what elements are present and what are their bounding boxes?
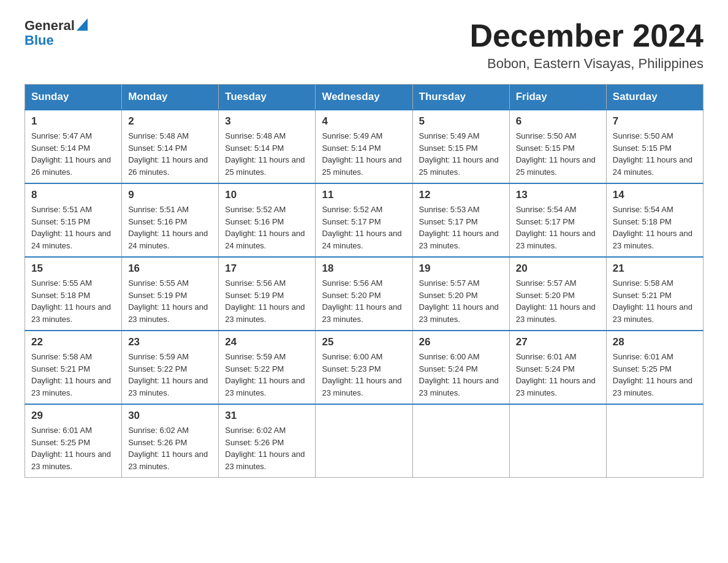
day-number: 24: [225, 336, 309, 348]
calendar-week-row: 8Sunrise: 5:51 AMSunset: 5:15 PMDaylight…: [25, 183, 703, 257]
day-info: Sunrise: 5:55 AMSunset: 5:18 PMDaylight:…: [31, 277, 115, 325]
calendar-day-cell: 13Sunrise: 5:54 AMSunset: 5:17 PMDayligh…: [509, 183, 606, 257]
day-number: 25: [322, 336, 406, 348]
day-info: Sunrise: 6:01 AMSunset: 5:24 PMDaylight:…: [516, 351, 600, 399]
day-info: Sunrise: 5:56 AMSunset: 5:19 PMDaylight:…: [225, 277, 309, 325]
day-number: 20: [516, 262, 600, 275]
day-info: Sunrise: 5:58 AMSunset: 5:21 PMDaylight:…: [31, 351, 115, 399]
calendar-day-cell: 10Sunrise: 5:52 AMSunset: 5:16 PMDayligh…: [219, 183, 316, 257]
calendar-week-row: 15Sunrise: 5:55 AMSunset: 5:18 PMDayligh…: [25, 257, 703, 331]
day-number: 31: [225, 410, 309, 422]
day-info: Sunrise: 5:51 AMSunset: 5:15 PMDaylight:…: [31, 204, 115, 251]
day-info: Sunrise: 5:56 AMSunset: 5:20 PMDaylight:…: [322, 277, 406, 325]
calendar-day-cell: 9Sunrise: 5:51 AMSunset: 5:16 PMDaylight…: [122, 183, 219, 257]
calendar-day-cell: 16Sunrise: 5:55 AMSunset: 5:19 PMDayligh…: [122, 257, 219, 331]
calendar-day-cell: 11Sunrise: 5:52 AMSunset: 5:17 PMDayligh…: [316, 183, 412, 257]
day-number: 9: [128, 189, 212, 201]
day-number: 16: [128, 262, 212, 275]
calendar-day-cell: 18Sunrise: 5:56 AMSunset: 5:20 PMDayligh…: [316, 257, 412, 331]
column-header-saturday: Saturday: [606, 85, 703, 110]
day-info: Sunrise: 5:50 AMSunset: 5:15 PMDaylight:…: [516, 130, 600, 178]
calendar-day-cell: 19Sunrise: 5:57 AMSunset: 5:20 PMDayligh…: [412, 257, 509, 331]
calendar-day-cell: 31Sunrise: 6:02 AMSunset: 5:26 PMDayligh…: [219, 404, 316, 478]
calendar-day-cell: 1Sunrise: 5:47 AMSunset: 5:14 PMDaylight…: [25, 110, 122, 183]
day-info: Sunrise: 6:01 AMSunset: 5:25 PMDaylight:…: [31, 424, 115, 472]
calendar-day-cell: 23Sunrise: 5:59 AMSunset: 5:22 PMDayligh…: [122, 331, 219, 404]
day-number: 28: [613, 336, 697, 348]
day-number: 3: [225, 115, 309, 128]
calendar-header-row: SundayMondayTuesdayWednesdayThursdayFrid…: [25, 85, 703, 110]
calendar-day-cell: 2Sunrise: 5:48 AMSunset: 5:14 PMDaylight…: [122, 110, 219, 183]
month-title: December 2024: [469, 18, 703, 53]
day-info: Sunrise: 6:02 AMSunset: 5:26 PMDaylight:…: [128, 424, 212, 472]
column-header-wednesday: Wednesday: [316, 85, 412, 110]
day-number: 19: [419, 262, 503, 275]
day-info: Sunrise: 5:54 AMSunset: 5:17 PMDaylight:…: [516, 204, 600, 251]
day-number: 1: [31, 115, 115, 128]
calendar-table: SundayMondayTuesdayWednesdayThursdayFrid…: [25, 84, 703, 478]
calendar-day-cell: 6Sunrise: 5:50 AMSunset: 5:15 PMDaylight…: [509, 110, 606, 183]
day-number: 4: [322, 115, 406, 128]
day-info: Sunrise: 5:55 AMSunset: 5:19 PMDaylight:…: [128, 277, 212, 325]
day-number: 5: [419, 115, 503, 128]
day-number: 15: [31, 262, 115, 275]
calendar-day-cell: 28Sunrise: 6:01 AMSunset: 5:25 PMDayligh…: [606, 331, 703, 404]
calendar-day-cell: 3Sunrise: 5:48 AMSunset: 5:14 PMDaylight…: [219, 110, 316, 183]
day-info: Sunrise: 5:59 AMSunset: 5:22 PMDaylight:…: [225, 351, 309, 399]
day-number: 14: [613, 189, 697, 201]
calendar-week-row: 29Sunrise: 6:01 AMSunset: 5:25 PMDayligh…: [25, 404, 703, 478]
calendar-day-cell: [412, 404, 509, 478]
day-number: 18: [322, 262, 406, 275]
day-info: Sunrise: 5:48 AMSunset: 5:14 PMDaylight:…: [128, 130, 212, 178]
day-info: Sunrise: 5:54 AMSunset: 5:18 PMDaylight:…: [613, 204, 697, 251]
day-info: Sunrise: 6:00 AMSunset: 5:24 PMDaylight:…: [419, 351, 503, 399]
day-number: 13: [516, 189, 600, 201]
column-header-thursday: Thursday: [412, 85, 509, 110]
calendar-day-cell: 15Sunrise: 5:55 AMSunset: 5:18 PMDayligh…: [25, 257, 122, 331]
day-number: 10: [225, 189, 309, 201]
calendar-day-cell: 30Sunrise: 6:02 AMSunset: 5:26 PMDayligh…: [122, 404, 219, 478]
calendar-day-cell: 24Sunrise: 5:59 AMSunset: 5:22 PMDayligh…: [219, 331, 316, 404]
day-info: Sunrise: 5:59 AMSunset: 5:22 PMDaylight:…: [128, 351, 212, 399]
calendar-day-cell: 17Sunrise: 5:56 AMSunset: 5:19 PMDayligh…: [219, 257, 316, 331]
day-number: 8: [31, 189, 115, 201]
page-header: General Blue December 2024 Bobon, Easter…: [25, 18, 703, 72]
calendar-day-cell: 21Sunrise: 5:58 AMSunset: 5:21 PMDayligh…: [606, 257, 703, 331]
day-info: Sunrise: 5:49 AMSunset: 5:14 PMDaylight:…: [322, 130, 406, 178]
logo-general-text: General: [25, 18, 75, 33]
calendar-day-cell: 25Sunrise: 6:00 AMSunset: 5:23 PMDayligh…: [316, 331, 412, 404]
day-number: 6: [516, 115, 600, 128]
day-info: Sunrise: 5:51 AMSunset: 5:16 PMDaylight:…: [128, 204, 212, 251]
calendar-day-cell: 20Sunrise: 5:57 AMSunset: 5:20 PMDayligh…: [509, 257, 606, 331]
day-number: 26: [419, 336, 503, 348]
day-info: Sunrise: 5:50 AMSunset: 5:15 PMDaylight:…: [613, 130, 697, 178]
calendar-day-cell: [606, 404, 703, 478]
day-info: Sunrise: 6:00 AMSunset: 5:23 PMDaylight:…: [322, 351, 406, 399]
day-info: Sunrise: 5:49 AMSunset: 5:15 PMDaylight:…: [419, 130, 503, 178]
day-number: 7: [613, 115, 697, 128]
calendar-day-cell: 8Sunrise: 5:51 AMSunset: 5:15 PMDaylight…: [25, 183, 122, 257]
calendar-day-cell: 27Sunrise: 6:01 AMSunset: 5:24 PMDayligh…: [509, 331, 606, 404]
day-info: Sunrise: 5:57 AMSunset: 5:20 PMDaylight:…: [516, 277, 600, 325]
calendar-day-cell: [316, 404, 412, 478]
day-number: 30: [128, 410, 212, 422]
calendar-day-cell: [509, 404, 606, 478]
day-number: 2: [128, 115, 212, 128]
calendar-day-cell: 7Sunrise: 5:50 AMSunset: 5:15 PMDaylight…: [606, 110, 703, 183]
day-info: Sunrise: 6:02 AMSunset: 5:26 PMDaylight:…: [225, 424, 309, 472]
day-info: Sunrise: 5:53 AMSunset: 5:17 PMDaylight:…: [419, 204, 503, 251]
column-header-friday: Friday: [509, 85, 606, 110]
logo-blue-text: Blue: [25, 33, 54, 48]
day-info: Sunrise: 5:48 AMSunset: 5:14 PMDaylight:…: [225, 130, 309, 178]
calendar-day-cell: 26Sunrise: 6:00 AMSunset: 5:24 PMDayligh…: [412, 331, 509, 404]
calendar-day-cell: 29Sunrise: 6:01 AMSunset: 5:25 PMDayligh…: [25, 404, 122, 478]
day-number: 27: [516, 336, 600, 348]
day-number: 29: [31, 410, 115, 422]
day-number: 17: [225, 262, 309, 275]
column-header-tuesday: Tuesday: [219, 85, 316, 110]
day-number: 21: [613, 262, 697, 275]
calendar-week-row: 22Sunrise: 5:58 AMSunset: 5:21 PMDayligh…: [25, 331, 703, 404]
day-info: Sunrise: 5:52 AMSunset: 5:16 PMDaylight:…: [225, 204, 309, 251]
day-info: Sunrise: 5:57 AMSunset: 5:20 PMDaylight:…: [419, 277, 503, 325]
logo: General Blue: [25, 18, 88, 48]
